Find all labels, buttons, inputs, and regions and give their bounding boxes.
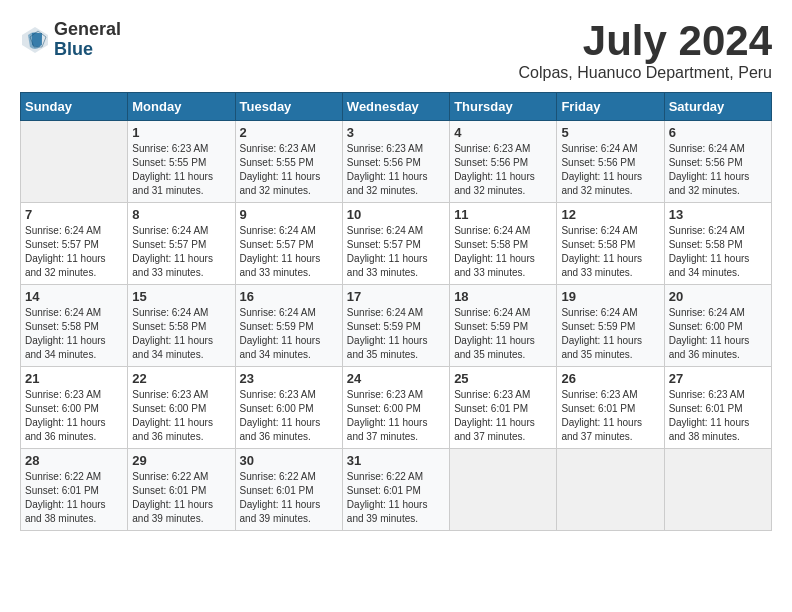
calendar-cell: 29 Sunrise: 6:22 AMSunset: 6:01 PMDaylig… [128,449,235,531]
day-number: 12 [561,207,659,222]
day-info: Sunrise: 6:23 AMSunset: 5:56 PMDaylight:… [347,142,445,198]
calendar-cell: 15 Sunrise: 6:24 AMSunset: 5:58 PMDaylig… [128,285,235,367]
header-friday: Friday [557,93,664,121]
calendar-cell: 4 Sunrise: 6:23 AMSunset: 5:56 PMDayligh… [450,121,557,203]
day-number: 1 [132,125,230,140]
day-info: Sunrise: 6:24 AMSunset: 5:57 PMDaylight:… [347,224,445,280]
day-info: Sunrise: 6:24 AMSunset: 5:56 PMDaylight:… [561,142,659,198]
calendar-week-row: 7 Sunrise: 6:24 AMSunset: 5:57 PMDayligh… [21,203,772,285]
header-tuesday: Tuesday [235,93,342,121]
title-block: July 2024 Colpas, Huanuco Department, Pe… [519,20,772,82]
day-number: 19 [561,289,659,304]
calendar-cell: 3 Sunrise: 6:23 AMSunset: 5:56 PMDayligh… [342,121,449,203]
day-number: 25 [454,371,552,386]
calendar-cell: 17 Sunrise: 6:24 AMSunset: 5:59 PMDaylig… [342,285,449,367]
calendar-cell: 12 Sunrise: 6:24 AMSunset: 5:58 PMDaylig… [557,203,664,285]
location: Colpas, Huanuco Department, Peru [519,64,772,82]
day-info: Sunrise: 6:24 AMSunset: 5:58 PMDaylight:… [132,306,230,362]
month-title: July 2024 [519,20,772,62]
calendar-cell: 14 Sunrise: 6:24 AMSunset: 5:58 PMDaylig… [21,285,128,367]
calendar-cell: 7 Sunrise: 6:24 AMSunset: 5:57 PMDayligh… [21,203,128,285]
header-sunday: Sunday [21,93,128,121]
day-info: Sunrise: 6:24 AMSunset: 5:58 PMDaylight:… [669,224,767,280]
calendar-cell: 10 Sunrise: 6:24 AMSunset: 5:57 PMDaylig… [342,203,449,285]
calendar-week-row: 21 Sunrise: 6:23 AMSunset: 6:00 PMDaylig… [21,367,772,449]
logo-general-text: General [54,20,121,40]
day-number: 11 [454,207,552,222]
header-wednesday: Wednesday [342,93,449,121]
calendar-cell: 31 Sunrise: 6:22 AMSunset: 6:01 PMDaylig… [342,449,449,531]
day-info: Sunrise: 6:24 AMSunset: 5:59 PMDaylight:… [347,306,445,362]
day-number: 31 [347,453,445,468]
day-number: 14 [25,289,123,304]
calendar-cell: 13 Sunrise: 6:24 AMSunset: 5:58 PMDaylig… [664,203,771,285]
day-info: Sunrise: 6:22 AMSunset: 6:01 PMDaylight:… [132,470,230,526]
day-number: 4 [454,125,552,140]
day-number: 16 [240,289,338,304]
day-info: Sunrise: 6:22 AMSunset: 6:01 PMDaylight:… [25,470,123,526]
calendar-week-row: 28 Sunrise: 6:22 AMSunset: 6:01 PMDaylig… [21,449,772,531]
day-info: Sunrise: 6:24 AMSunset: 5:57 PMDaylight:… [132,224,230,280]
day-number: 17 [347,289,445,304]
day-number: 18 [454,289,552,304]
day-info: Sunrise: 6:23 AMSunset: 6:00 PMDaylight:… [25,388,123,444]
day-number: 23 [240,371,338,386]
calendar-cell: 9 Sunrise: 6:24 AMSunset: 5:57 PMDayligh… [235,203,342,285]
calendar-cell [450,449,557,531]
day-info: Sunrise: 6:24 AMSunset: 5:58 PMDaylight:… [454,224,552,280]
day-info: Sunrise: 6:24 AMSunset: 5:58 PMDaylight:… [561,224,659,280]
calendar-week-row: 14 Sunrise: 6:24 AMSunset: 5:58 PMDaylig… [21,285,772,367]
logo-icon [20,25,50,55]
day-number: 24 [347,371,445,386]
calendar-cell: 23 Sunrise: 6:23 AMSunset: 6:00 PMDaylig… [235,367,342,449]
calendar-cell: 30 Sunrise: 6:22 AMSunset: 6:01 PMDaylig… [235,449,342,531]
day-number: 26 [561,371,659,386]
day-info: Sunrise: 6:24 AMSunset: 5:59 PMDaylight:… [561,306,659,362]
page-header: General Blue July 2024 Colpas, Huanuco D… [20,20,772,82]
day-info: Sunrise: 6:23 AMSunset: 6:01 PMDaylight:… [454,388,552,444]
day-number: 9 [240,207,338,222]
logo-text: General Blue [54,20,121,60]
calendar-cell: 27 Sunrise: 6:23 AMSunset: 6:01 PMDaylig… [664,367,771,449]
calendar-cell: 26 Sunrise: 6:23 AMSunset: 6:01 PMDaylig… [557,367,664,449]
day-number: 15 [132,289,230,304]
day-number: 21 [25,371,123,386]
day-info: Sunrise: 6:24 AMSunset: 5:59 PMDaylight:… [240,306,338,362]
calendar-cell: 18 Sunrise: 6:24 AMSunset: 5:59 PMDaylig… [450,285,557,367]
header-saturday: Saturday [664,93,771,121]
day-number: 2 [240,125,338,140]
calendar-cell: 19 Sunrise: 6:24 AMSunset: 5:59 PMDaylig… [557,285,664,367]
day-info: Sunrise: 6:23 AMSunset: 6:01 PMDaylight:… [669,388,767,444]
calendar-cell: 28 Sunrise: 6:22 AMSunset: 6:01 PMDaylig… [21,449,128,531]
day-number: 28 [25,453,123,468]
day-info: Sunrise: 6:24 AMSunset: 5:57 PMDaylight:… [25,224,123,280]
calendar-cell: 20 Sunrise: 6:24 AMSunset: 6:00 PMDaylig… [664,285,771,367]
day-number: 6 [669,125,767,140]
calendar-cell: 25 Sunrise: 6:23 AMSunset: 6:01 PMDaylig… [450,367,557,449]
day-info: Sunrise: 6:24 AMSunset: 5:59 PMDaylight:… [454,306,552,362]
day-info: Sunrise: 6:24 AMSunset: 5:56 PMDaylight:… [669,142,767,198]
day-number: 20 [669,289,767,304]
day-info: Sunrise: 6:23 AMSunset: 5:55 PMDaylight:… [132,142,230,198]
calendar-cell [664,449,771,531]
calendar-cell: 6 Sunrise: 6:24 AMSunset: 5:56 PMDayligh… [664,121,771,203]
calendar-cell: 11 Sunrise: 6:24 AMSunset: 5:58 PMDaylig… [450,203,557,285]
day-number: 29 [132,453,230,468]
calendar-cell: 5 Sunrise: 6:24 AMSunset: 5:56 PMDayligh… [557,121,664,203]
day-info: Sunrise: 6:23 AMSunset: 5:55 PMDaylight:… [240,142,338,198]
calendar-table: SundayMondayTuesdayWednesdayThursdayFrid… [20,92,772,531]
day-info: Sunrise: 6:23 AMSunset: 6:01 PMDaylight:… [561,388,659,444]
calendar-cell: 21 Sunrise: 6:23 AMSunset: 6:00 PMDaylig… [21,367,128,449]
day-number: 5 [561,125,659,140]
calendar-cell: 22 Sunrise: 6:23 AMSunset: 6:00 PMDaylig… [128,367,235,449]
calendar-cell: 8 Sunrise: 6:24 AMSunset: 5:57 PMDayligh… [128,203,235,285]
calendar-cell: 1 Sunrise: 6:23 AMSunset: 5:55 PMDayligh… [128,121,235,203]
day-number: 22 [132,371,230,386]
day-number: 13 [669,207,767,222]
day-info: Sunrise: 6:23 AMSunset: 6:00 PMDaylight:… [240,388,338,444]
calendar-cell [21,121,128,203]
day-info: Sunrise: 6:22 AMSunset: 6:01 PMDaylight:… [240,470,338,526]
calendar-cell: 16 Sunrise: 6:24 AMSunset: 5:59 PMDaylig… [235,285,342,367]
day-info: Sunrise: 6:24 AMSunset: 5:58 PMDaylight:… [25,306,123,362]
calendar-cell: 2 Sunrise: 6:23 AMSunset: 5:55 PMDayligh… [235,121,342,203]
